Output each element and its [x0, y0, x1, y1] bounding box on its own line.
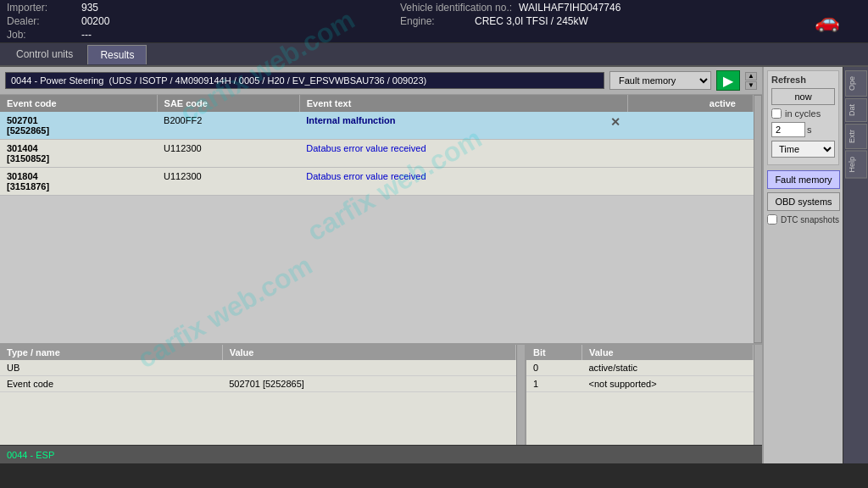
header-left: Importer: 935 Dealer: 00200 Job: --- [7, 2, 400, 41]
vin-value: WAILHAF7IHD047746 [519, 2, 620, 14]
header-row-vin: Vehicle identification no.: WAILHAF7IHD0… [400, 2, 793, 14]
table-scrollbar[interactable] [754, 95, 762, 343]
far-right-sidebar: Ope Dat Extr Help [843, 67, 868, 463]
bottom-left-header-row: Type / name Value [0, 345, 516, 360]
dtc-checkbox-row: DTC snapshots [767, 214, 839, 225]
bottom-header-value: Value [222, 345, 515, 360]
cycles-checkbox[interactable] [771, 108, 782, 119]
bottom-header-type: Type / name [0, 345, 222, 360]
list-item[interactable]: Event code 502701 [5252865] [0, 376, 516, 392]
bottom-status-bar: 0044 - ESP [0, 445, 762, 463]
scroll-down-arrow[interactable]: ▼ [745, 81, 757, 90]
dtc-snapshots-checkbox[interactable] [767, 214, 777, 225]
engine-value: CREC 3,0I TFSI / 245kW [475, 15, 588, 27]
engine-label: Engine: [400, 15, 468, 27]
far-right-extr-btn[interactable]: Extr [845, 124, 867, 149]
close-icon-1[interactable]: ✕ [610, 115, 620, 129]
status-text: 0044 - ESP [7, 450, 54, 460]
active-cell-1 [627, 112, 753, 140]
importer-label: Importer: [7, 2, 75, 14]
event-text-cell-3: Databus error value received [299, 168, 627, 196]
scroll-up-arrow[interactable]: ▲ [745, 72, 757, 80]
tab-results[interactable]: Results [87, 45, 147, 64]
bottom-value-cell-1 [222, 360, 515, 376]
event-code-cell-3: 301804 [3151876] [0, 168, 157, 196]
list-item[interactable]: UB [0, 360, 516, 376]
fault-table-container: Event code SAE code Event text active 50… [0, 95, 754, 343]
bit-cell-1: 0 [526, 360, 582, 376]
dtc-snapshots-label: DTC snapshots [781, 215, 839, 225]
importer-value: 935 [81, 2, 98, 14]
unit-selector: Fault memory ▶ ▲ ▼ [0, 67, 762, 95]
bottom-type-cell-2: Event code [0, 376, 222, 392]
fault-table: Event code SAE code Event text active 50… [0, 95, 754, 196]
bottom-right-scrollbar[interactable] [754, 345, 762, 445]
list-item[interactable]: 1 <not supported> [526, 376, 754, 392]
header-row-importer: Importer: 935 [7, 2, 400, 14]
cycles-input[interactable] [771, 122, 805, 137]
fault-table-header-row: Event code SAE code Event text active [0, 95, 754, 112]
active-cell-3 [627, 168, 753, 196]
header-right: 🚗 [793, 2, 861, 41]
time-dropdown[interactable]: Time [771, 141, 835, 158]
center-area: Fault memory ▶ ▲ ▼ Event code SAE code [0, 67, 762, 463]
sae-code-cell-2: U112300 [157, 140, 299, 168]
header-active: active [627, 95, 753, 112]
dealer-value: 00200 [81, 15, 109, 27]
header-row-job: Job: --- [7, 29, 400, 41]
refresh-section: Refresh now in cycles s Time [767, 70, 839, 165]
tab-control-units[interactable]: Control units [3, 44, 86, 64]
bottom-type-cell-1: UB [0, 360, 222, 376]
bit-value-cell-2: <not supported> [582, 376, 754, 392]
unit-selector-input[interactable] [5, 72, 604, 89]
far-right-dat-btn[interactable]: Dat [845, 98, 867, 122]
job-value: --- [81, 29, 92, 41]
tab-bar: Control units Results [0, 43, 868, 67]
fault-memory-button[interactable]: Fault memory [767, 170, 840, 189]
header-event-text: Event text [299, 95, 627, 112]
right-sidebar: Refresh now in cycles s Time Fault memor… [762, 67, 843, 463]
obd-systems-button[interactable]: OBD systems [767, 192, 840, 211]
job-label: Job: [7, 29, 75, 41]
unit-selector-scroll: ▲ ▼ [745, 72, 757, 90]
cycles-label: in cycles [785, 108, 821, 119]
bottom-area: Type / name Value UB [0, 343, 762, 445]
event-text-cell-1: Internal malfunction ✕ [299, 112, 627, 140]
bottom-left-table: Type / name Value UB [0, 345, 516, 392]
table-row[interactable]: 301404 [3150852] U112300 Databus error v… [0, 140, 754, 168]
sae-code-cell-1: B200FF2 [157, 112, 299, 140]
vin-label: Vehicle identification no.: [400, 2, 512, 14]
event-code-cell-2: 301404 [3150852] [0, 140, 157, 168]
header-event-code: Event code [0, 95, 157, 112]
dealer-label: Dealer: [7, 15, 75, 27]
unit-selector-arrow-btn[interactable]: ▶ [716, 70, 740, 91]
sae-code-cell-3: U112300 [157, 168, 299, 196]
far-right-ope-btn[interactable]: Ope [845, 70, 867, 97]
header-middle: Vehicle identification no.: WAILHAF7IHD0… [400, 2, 793, 41]
bottom-right-table: Bit Value 0 active/static [526, 345, 754, 392]
bottom-value-cell-2: 502701 [5252865] [222, 376, 515, 392]
refresh-title: Refresh [771, 75, 835, 85]
cycles-input-row: s [771, 122, 835, 137]
table-row[interactable]: 301804 [3151876] U112300 Databus error v… [0, 168, 754, 196]
bottom-left-scrollbar[interactable] [516, 345, 525, 445]
bit-header: Bit [526, 345, 582, 360]
fault-memory-dropdown[interactable]: Fault memory [609, 71, 711, 90]
active-cell-2 [627, 140, 753, 168]
bottom-right-panel: Bit Value 0 active/static [525, 345, 762, 445]
bit-cell-2: 1 [526, 376, 582, 392]
bottom-left-panel: Type / name Value UB [0, 345, 525, 445]
header-bar: Importer: 935 Dealer: 00200 Job: --- Veh… [0, 0, 868, 43]
event-code-cell-1: 502701 [5252865] [0, 112, 157, 140]
table-row[interactable]: 502701 [5252865] B200FF2 Internal malfun… [0, 112, 754, 140]
main-layout: Fault memory ▶ ▲ ▼ Event code SAE code [0, 67, 868, 463]
header-row-engine: Engine: CREC 3,0I TFSI / 245kW [400, 15, 793, 27]
refresh-now-button[interactable]: now [771, 88, 835, 105]
bottom-right-header-row: Bit Value [526, 345, 754, 360]
cycles-row: in cycles [771, 108, 835, 119]
far-right-help-btn[interactable]: Help [845, 151, 867, 179]
header-row-dealer: Dealer: 00200 [7, 15, 400, 27]
list-item[interactable]: 0 active/static [526, 360, 754, 376]
table-scroll-wrapper: Event code SAE code Event text active 50… [0, 95, 762, 343]
bit-value-cell-1: active/static [582, 360, 754, 376]
